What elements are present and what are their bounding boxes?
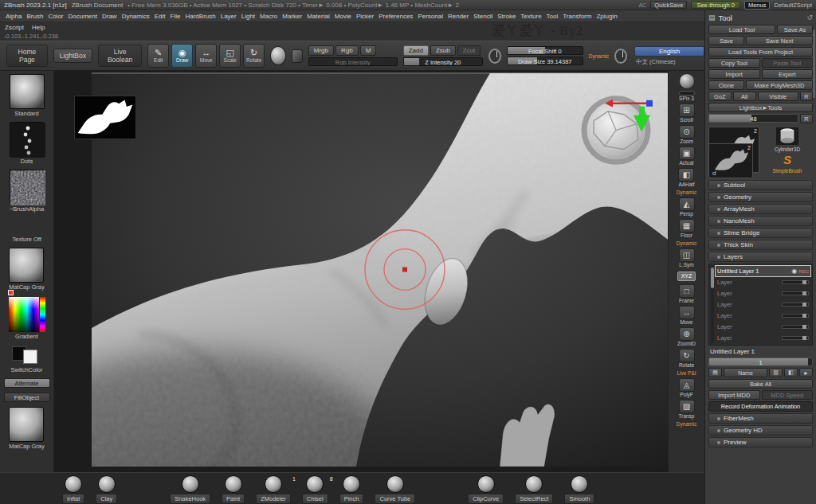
brush-thumbnail[interactable] — [182, 475, 199, 493]
rgb-button[interactable]: Rgb — [335, 45, 359, 56]
load-tool-button[interactable]: Load Tool — [708, 25, 775, 34]
strip-icon[interactable]: ⊞ — [679, 104, 695, 117]
make-polymesh3d-button[interactable]: Make PolyMesh3D — [746, 80, 813, 90]
menu-item[interactable]: Tool — [544, 12, 561, 21]
brush-label[interactable]: Clay — [96, 494, 117, 504]
sculpt-3d-model[interactable] — [92, 73, 668, 467]
zcut-button[interactable]: Zcut — [457, 45, 481, 56]
switch-color-swatches[interactable] — [10, 345, 42, 365]
layer-row[interactable]: Layer ◉ — [716, 288, 810, 299]
mode-button[interactable]: ◉ Draw — [171, 44, 193, 68]
matcap-bottom-thumbnail[interactable] — [9, 407, 44, 442]
texture-slot[interactable] — [10, 217, 45, 235]
strip-icon[interactable]: ◧ — [678, 168, 694, 182]
brush-thumbnail[interactable] — [306, 475, 324, 493]
export-button[interactable]: Export — [762, 69, 814, 79]
mode-button[interactable]: ↔ Move — [195, 44, 217, 68]
menu-item[interactable]: Dynamics — [120, 12, 152, 21]
brush-label[interactable]: ZModeler — [256, 494, 291, 504]
strip-item[interactable]: XYZ — [677, 270, 696, 283]
mode-button[interactable]: ✎ Edit — [147, 44, 169, 68]
menu-item[interactable]: Movie — [332, 12, 354, 21]
quicksave-button[interactable]: QuickSave — [650, 1, 687, 9]
brush-thumbnail[interactable] — [225, 475, 242, 493]
current-color-swatch[interactable] — [8, 290, 14, 295]
strip-icon[interactable]: ▣ — [679, 147, 695, 160]
layer-row[interactable]: Layer ◉ — [716, 277, 810, 287]
mode-button[interactable]: ◱ Scale — [219, 44, 241, 68]
brush-label[interactable]: Pinch — [339, 494, 364, 504]
strip-icon[interactable]: □ — [679, 284, 695, 298]
bottom-brush-item[interactable]: SelectRect — [515, 475, 553, 504]
strip-icon[interactable]: ◫ — [679, 248, 695, 262]
strip-icon[interactable]: ⊙ — [679, 125, 695, 139]
mode-button[interactable]: ↻ Rotate — [243, 44, 265, 68]
eye-icon[interactable]: ◉ — [791, 268, 797, 275]
brush-label[interactable]: Inflat — [62, 494, 84, 504]
alpha-thumbnail[interactable] — [10, 170, 45, 205]
brush-thumbnail[interactable] — [98, 475, 116, 493]
strip-item[interactable]: ◫ L.Sym — [679, 248, 695, 268]
panel-scrollbar[interactable] — [813, 29, 815, 98]
menu-item[interactable]: Personal — [415, 12, 445, 21]
menu-item[interactable]: Macro — [257, 12, 280, 21]
rgb-intensity-slider[interactable]: Rgb Intensity — [308, 57, 398, 66]
import-button[interactable]: Import — [708, 69, 760, 79]
panel-pin-icon[interactable]: ↺ — [806, 14, 813, 21]
brush-thumbnail[interactable] — [343, 475, 360, 493]
layer-row[interactable]: Layer ◉ — [716, 333, 810, 343]
goz-visible-button[interactable]: Visible — [758, 92, 799, 101]
layers-section-header[interactable]: Layers — [708, 252, 813, 262]
brush-thumbnail[interactable] — [477, 475, 495, 493]
strip-item[interactable]: ◧ AAHalf — [678, 168, 694, 188]
saturation-value-square[interactable] — [9, 297, 39, 332]
lightbox-button[interactable]: LightBox — [53, 49, 92, 63]
bottom-brush-item[interactable]: Inflat — [62, 475, 84, 504]
menu-item[interactable]: Zscript — [5, 24, 24, 31]
language-secondary-label[interactable]: 中文 (Chinese) — [634, 58, 704, 66]
menu-item[interactable]: Render — [445, 12, 471, 21]
layer-merge-button[interactable]: ◧ — [784, 368, 798, 377]
matcap-thumbnail[interactable] — [9, 248, 44, 283]
layer-intensity-slider[interactable] — [782, 280, 809, 284]
menu-item[interactable]: Picker — [354, 12, 376, 21]
strip-item[interactable]: □ Frame — [679, 284, 695, 304]
strip-icon[interactable]: ◬ — [679, 378, 695, 392]
brush-thumbnail[interactable] — [386, 475, 404, 493]
strip-item[interactable]: SPix 3 — [679, 91, 695, 102]
bake-all-button[interactable]: Bake All — [708, 379, 813, 389]
goz-button[interactable]: GoZ — [708, 92, 732, 101]
texture-chip[interactable] — [292, 49, 303, 63]
menu-item[interactable]: Brush — [24, 12, 45, 21]
tool-count-slider[interactable]: 48 — [708, 114, 798, 123]
menu-item[interactable]: Light — [239, 12, 257, 21]
bottom-brush-item[interactable]: Smooth — [564, 475, 594, 504]
brush-thumbnail[interactable] — [525, 475, 543, 493]
m-button[interactable]: M — [360, 45, 377, 56]
tool-section-header[interactable]: Geometry HD — [708, 425, 813, 436]
tool-section-header[interactable]: ArrayMesh — [708, 204, 813, 214]
strip-item[interactable]: ↻ Rotate — [679, 349, 695, 369]
menu-item[interactable]: Stencil — [471, 12, 495, 21]
strip-icon[interactable]: ▦ — [679, 219, 695, 232]
current-material-sphere[interactable] — [270, 46, 286, 65]
canvas-area[interactable] — [54, 71, 668, 472]
menus-toggle[interactable]: Menus — [744, 1, 771, 10]
strip-item[interactable]: ◬ PolyF — [679, 378, 695, 398]
bottom-brush-item[interactable]: Curve Tube — [375, 475, 415, 504]
tool-count-r-button[interactable]: R — [800, 114, 813, 123]
strip-item[interactable]: Dynamic — [677, 421, 696, 428]
menu-item[interactable]: Marker — [280, 12, 304, 21]
layer-new-button[interactable]: ▤ — [708, 368, 722, 377]
dynamic-draw-size-label[interactable]: Dynamic — [589, 53, 609, 59]
layer-intensity-slider[interactable] — [782, 325, 809, 329]
tool-section-header[interactable]: Geometry — [708, 192, 813, 202]
brush-label[interactable]: SnakeHook — [170, 494, 210, 504]
mdd-speed-button[interactable]: MDD Speed — [762, 390, 814, 400]
menu-item[interactable]: Document — [66, 12, 100, 21]
strip-icon[interactable]: ↔ — [679, 306, 695, 319]
language-dropdown[interactable]: English — [634, 46, 704, 57]
tool-section-header[interactable]: Slime Bridge — [708, 228, 813, 238]
strip-icon[interactable]: ↻ — [679, 349, 695, 362]
clone-button[interactable]: Clone — [708, 80, 744, 90]
